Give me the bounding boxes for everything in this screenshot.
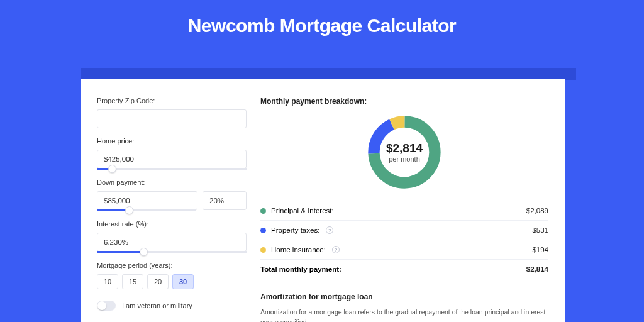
- veteran-toggle-label: I am veteran or military: [122, 302, 192, 309]
- period-button-30[interactable]: 30: [172, 274, 194, 289]
- down-payment-slider[interactable]: [97, 209, 196, 211]
- down-payment-label: Down payment:: [97, 179, 247, 186]
- dot-icon: [260, 228, 266, 233]
- legend-value: $2,089: [526, 207, 548, 214]
- donut-center-label: $2,814 per month: [386, 142, 423, 163]
- legend-row-taxes: Property taxes: ? $531: [260, 221, 548, 240]
- legend-value: $531: [532, 226, 548, 234]
- down-payment-group: Down payment:: [97, 179, 247, 211]
- interest-rate-label: Interest rate (%):: [97, 220, 247, 228]
- zip-label: Property Zip Code:: [97, 97, 247, 104]
- legend: Principal & Interest: $2,089 Property ta…: [260, 201, 548, 279]
- veteran-toggle-row: I am veteran or military: [97, 301, 247, 311]
- slider-fill: [97, 251, 143, 253]
- donut-sub: per month: [386, 155, 423, 163]
- home-price-slider[interactable]: [97, 168, 247, 170]
- breakdown-column: Monthly payment breakdown: $2,814 per mo…: [260, 97, 548, 322]
- legend-label: Home insurance:: [271, 246, 326, 253]
- inputs-column: Property Zip Code: Home price: Down paym…: [97, 97, 247, 322]
- slider-thumb[interactable]: [108, 165, 116, 173]
- calculator-panel: Property Zip Code: Home price: Down paym…: [80, 79, 565, 322]
- home-price-label: Home price:: [97, 137, 247, 145]
- legend-label: Property taxes:: [271, 226, 319, 234]
- interest-rate-group: Interest rate (%):: [97, 220, 247, 253]
- slider-thumb[interactable]: [125, 206, 133, 214]
- amortization-text: Amortization for a mortgage loan refers …: [260, 308, 548, 322]
- down-payment-percent-input[interactable]: [203, 191, 247, 210]
- period-button-10[interactable]: 10: [97, 274, 118, 289]
- page-title: Newcomb Mortgage Calculator: [0, 0, 644, 49]
- legend-value: $194: [532, 246, 548, 253]
- total-value: $2,814: [526, 265, 548, 273]
- veteran-toggle[interactable]: [97, 301, 116, 311]
- breakdown-title: Monthly payment breakdown:: [260, 97, 548, 106]
- home-price-input[interactable]: [97, 150, 247, 169]
- period-button-20[interactable]: 20: [147, 274, 169, 289]
- amortization-title: Amortization for mortgage loan: [260, 292, 548, 301]
- mortgage-period-label: Mortgage period (years):: [97, 262, 247, 269]
- interest-rate-input[interactable]: [97, 233, 247, 252]
- period-button-15[interactable]: 15: [122, 274, 143, 289]
- dot-icon: [260, 208, 266, 214]
- toggle-knob: [97, 301, 106, 310]
- zip-field-group: Property Zip Code:: [97, 97, 247, 128]
- donut-chart: $2,814 per month: [260, 112, 548, 192]
- interest-rate-slider[interactable]: [97, 251, 247, 253]
- donut-amount: $2,814: [386, 142, 423, 155]
- legend-row-principal: Principal & Interest: $2,089: [260, 201, 548, 221]
- panel-shadow: [80, 68, 576, 80]
- dot-icon: [260, 247, 266, 253]
- zip-input[interactable]: [97, 109, 247, 128]
- legend-row-total: Total monthly payment: $2,814: [260, 260, 548, 279]
- total-label: Total monthly payment:: [260, 265, 341, 273]
- down-payment-amount-input[interactable]: [97, 191, 197, 210]
- legend-row-insurance: Home insurance: ? $194: [260, 240, 548, 260]
- legend-label: Principal & Interest:: [271, 207, 334, 214]
- slider-fill: [97, 209, 129, 211]
- mortgage-period-group: Mortgage period (years): 10 15 20 30: [97, 262, 247, 289]
- help-icon[interactable]: ?: [326, 226, 333, 234]
- help-icon[interactable]: ?: [332, 246, 340, 253]
- home-price-group: Home price:: [97, 137, 247, 170]
- slider-thumb[interactable]: [140, 248, 148, 256]
